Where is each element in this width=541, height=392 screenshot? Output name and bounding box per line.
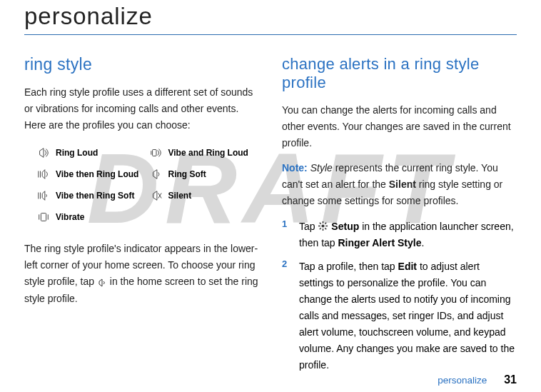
step-number: 1 xyxy=(282,218,289,251)
profile-vibrate: Vibrate xyxy=(37,211,147,223)
profile-label: Vibe then Ring Soft xyxy=(56,191,134,201)
step2-b: to adjust alert settings to personalize … xyxy=(299,261,515,371)
right-column: change alerts in a ring style profile Yo… xyxy=(282,55,517,381)
step1-a: Tap xyxy=(299,221,318,232)
profile-label: Vibe then Ring Loud xyxy=(56,169,138,179)
note-paragraph: Note: Style represents the current ring … xyxy=(282,160,517,209)
step-2: 2 Tap a profile, then tap Edit to adjust… xyxy=(282,258,517,374)
vibrate-icon xyxy=(37,211,50,223)
svg-rect-0 xyxy=(152,150,156,156)
svg-point-4 xyxy=(322,225,325,228)
vibe-then-ring-soft-icon xyxy=(37,189,50,202)
vibe-ring-loud-icon xyxy=(150,146,163,159)
change-alerts-intro: You can change the alerts for incoming c… xyxy=(282,102,517,151)
step-1: 1 Tap Setup in the application launcher … xyxy=(282,218,517,251)
profile-label: Vibe and Ring Loud xyxy=(168,148,248,158)
profile-label: Vibrate xyxy=(56,212,84,222)
step1-ringer: Ringer Alert Style xyxy=(338,237,422,248)
left-column: ring style Each ring style profile uses … xyxy=(24,55,259,381)
note-silent: Silent xyxy=(389,179,416,190)
profile-vibe-ring-loud: Vibe and Ring Loud xyxy=(150,146,260,159)
change-alerts-heading: change alerts in a ring style profile xyxy=(282,55,517,92)
svg-line-9 xyxy=(320,223,321,224)
step-text: Tap Setup in the application launcher sc… xyxy=(299,218,517,251)
profile-ring-loud: Ring Loud xyxy=(37,146,147,159)
profile-vibe-then-ring-soft: Vibe then Ring Soft xyxy=(37,189,147,202)
step-number: 2 xyxy=(282,258,289,374)
svg-line-12 xyxy=(325,223,327,224)
gear-icon xyxy=(318,221,328,231)
profile-ring-soft: Ring Soft xyxy=(150,168,260,181)
profile-label: Ring Soft xyxy=(168,169,206,179)
note-style-word: Style xyxy=(310,162,333,174)
vibe-then-ring-loud-icon xyxy=(37,168,50,181)
title-rule xyxy=(24,34,517,35)
ring-loud-icon xyxy=(37,146,50,159)
step1-setup: Setup xyxy=(331,221,359,232)
ring-style-intro: Each ring style profile uses a different… xyxy=(24,84,259,134)
columns: ring style Each ring style profile uses … xyxy=(24,55,517,381)
profile-grid: Ring Loud Vibe and Ring Loud Vibe then R… xyxy=(24,142,259,232)
step-text: Tap a profile, then tap Edit to adjust a… xyxy=(299,258,517,374)
profile-label: Silent xyxy=(168,191,192,201)
profile-label: Ring Loud xyxy=(56,148,98,158)
ring-style-inline-icon xyxy=(97,278,107,288)
ring-soft-icon xyxy=(150,168,163,181)
ring-style-para2: The ring style profile's indicator appea… xyxy=(24,241,259,306)
step1-c: . xyxy=(421,237,424,248)
ring-style-heading: ring style xyxy=(24,55,259,74)
step2-edit: Edit xyxy=(398,261,417,272)
step2-a: Tap a profile, then tap xyxy=(299,261,398,272)
page-title: personalize xyxy=(24,3,517,30)
svg-line-10 xyxy=(325,228,327,230)
silent-icon xyxy=(150,189,163,202)
page-content: personalize ring style Each ring style p… xyxy=(0,0,541,388)
profile-silent: Silent xyxy=(150,189,260,202)
svg-rect-3 xyxy=(41,213,46,221)
note-label: Note: xyxy=(282,162,308,174)
profile-vibe-then-ring-loud: Vibe then Ring Loud xyxy=(37,168,147,181)
svg-line-11 xyxy=(320,228,321,230)
